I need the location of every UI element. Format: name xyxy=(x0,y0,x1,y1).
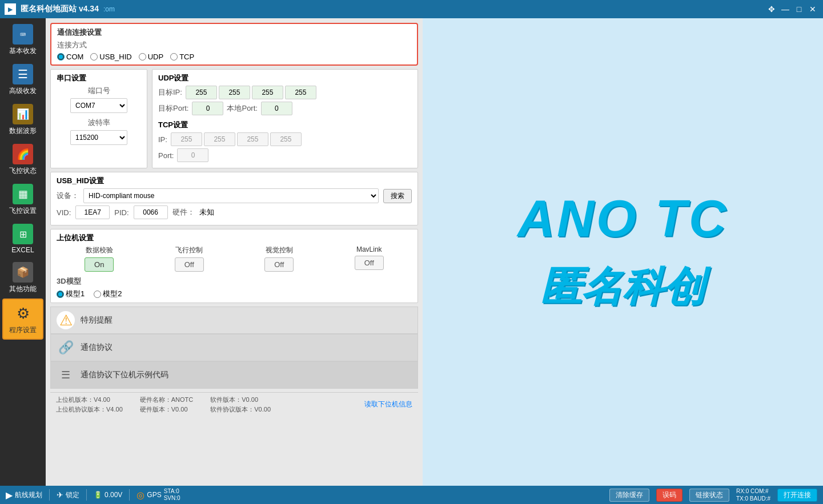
target-ip-1[interactable] xyxy=(186,86,217,99)
sidebar-label-advanced-recv: 高级收发 xyxy=(9,86,37,96)
sidebar-item-advanced-recv[interactable]: ☰ 高级收发 xyxy=(2,61,43,99)
sidebar-label-program-settings: 程序设置 xyxy=(9,325,37,335)
radio-udp[interactable]: UDP xyxy=(139,53,163,61)
title-bar: ▶ 匿名科创地面站 v4.34 :om ✥ — □ ✕ xyxy=(0,0,823,18)
tcp-title: TCP设置 xyxy=(158,120,412,130)
brand-logo: ANO TC 匿名科创 xyxy=(517,189,728,315)
tcp-ip-1 xyxy=(171,132,202,146)
lock-item[interactable]: ✈ 锁定 xyxy=(57,490,79,500)
hid-vid-pid-row: VID: PID: 硬件： 未知 xyxy=(57,205,412,219)
target-ip-4[interactable] xyxy=(285,86,316,99)
mavlink-btn[interactable]: Off xyxy=(355,256,384,270)
battery-icon: 🔋 xyxy=(94,491,102,499)
pid-input[interactable] xyxy=(134,205,168,219)
radio-model2[interactable]: 模型2 xyxy=(94,289,122,299)
tcp-port-input xyxy=(177,148,208,162)
link-icon: 🔗 xyxy=(57,338,75,357)
sidebar-item-flight-status[interactable]: 🌈 飞控状态 xyxy=(2,140,43,179)
protocol-example-text: 通信协议下位机示例代码 xyxy=(81,370,168,380)
sidebar-item-basic-recv[interactable]: ⌨ 基本收发 xyxy=(2,21,43,59)
app-title: 匿名科创地面站 v4.34 xyxy=(21,4,99,14)
box-icon: 📦 xyxy=(13,262,33,283)
hw-value: 未知 xyxy=(199,207,214,217)
table-icon: ⊞ xyxy=(13,224,33,244)
radio-tcp[interactable]: TCP xyxy=(170,53,194,61)
terminal-icon: ⌨ xyxy=(13,24,33,45)
radio-usb-hid-input[interactable] xyxy=(90,53,98,61)
sidebar: ⌨ 基本收发 ☰ 高级收发 📊 数据波形 🌈 飞控状态 ▦ 飞控设置 ⊞ EXC… xyxy=(0,18,46,486)
radio-tcp-input[interactable] xyxy=(170,53,178,61)
baud-rate-select[interactable]: 115200 9600 19200 38400 57600 230400 xyxy=(70,130,127,145)
target-ip-3[interactable] xyxy=(252,86,283,99)
sidebar-item-program-settings[interactable]: ⚙ 程序设置 xyxy=(2,299,43,340)
hid-device-select[interactable]: HID-compliant mouse xyxy=(83,188,379,203)
move-icon[interactable]: ✥ xyxy=(766,3,777,15)
special-reminder-text: 特别提醒 xyxy=(81,315,113,325)
right-panel: ANO TC 匿名科创 xyxy=(423,18,823,486)
local-port-input[interactable] xyxy=(261,102,292,115)
radio-model1-input[interactable] xyxy=(57,291,64,298)
local-port-label: 本地Port: xyxy=(227,103,257,114)
udp-port-row: 目标Port: 本地Port: xyxy=(158,102,412,115)
sidebar-item-other-func[interactable]: 📦 其他功能 xyxy=(2,259,43,297)
code-icon: ☰ xyxy=(57,366,75,384)
search-button[interactable]: 搜索 xyxy=(383,189,412,203)
title-bar-left: ▶ 匿名科创地面站 v4.34 :om xyxy=(5,3,115,15)
route-planning-item[interactable]: ▶ 航线规划 xyxy=(6,490,42,501)
voltage-item: 🔋 0.00V xyxy=(94,491,122,499)
version-bar: 上位机版本：V4.00 上位机协议版本：V4.00 硬件名称：ANOTC 硬件版… xyxy=(50,392,418,416)
app-url: :om xyxy=(103,5,115,13)
flight-control-btn[interactable]: Off xyxy=(175,257,204,272)
hw-label: 硬件： xyxy=(172,207,195,217)
sidebar-label-flight-config: 飞控设置 xyxy=(9,206,37,216)
open-connection-btn[interactable]: 打开连接 xyxy=(777,489,817,502)
vid-input[interactable] xyxy=(75,205,110,219)
visual-control-btn[interactable]: Off xyxy=(264,257,294,272)
3d-model-row: 3D模型 模型1 模型2 xyxy=(57,276,412,299)
rx-tx-values: RX:0 COM:#TX:0 BAUD:# xyxy=(736,487,770,502)
radio-model1[interactable]: 模型1 xyxy=(57,289,85,299)
radio-udp-input[interactable] xyxy=(139,53,146,61)
sidebar-item-flight-config[interactable]: ▦ 飞控设置 xyxy=(2,180,43,219)
connection-title: 通信连接设置 xyxy=(57,27,411,38)
sidebar-label-waveform: 数据波形 xyxy=(9,126,37,136)
flight-control-col: 飞行控制 Off xyxy=(147,245,232,272)
special-reminder-item[interactable]: ⚠ 特别提醒 xyxy=(50,307,418,334)
protocol-example-item[interactable]: ☰ 通信协议下位机示例代码 xyxy=(50,361,418,389)
hid-device-row: 设备： HID-compliant mouse 搜索 xyxy=(57,188,412,203)
gps-label: GPS xyxy=(147,491,161,499)
read-lower-btn[interactable]: 读取下位机信息 xyxy=(364,400,412,409)
udp-section: UDP设置 目标IP: 目标Port: 本地Port: xyxy=(152,69,418,168)
app-logo: ▶ xyxy=(5,3,16,15)
connection-method-label: 连接方式 xyxy=(57,40,411,50)
sidebar-label-other-func: 其他功能 xyxy=(9,284,37,294)
com-port-select[interactable]: COM7 COM1 COM2 COM3 xyxy=(70,98,127,113)
clear-cache-btn[interactable]: 清除缓存 xyxy=(609,489,649,502)
tcp-port-label: Port: xyxy=(158,151,174,160)
chart-icon: 📊 xyxy=(13,104,33,124)
sidebar-item-excel[interactable]: ⊞ EXCEL xyxy=(2,220,43,257)
target-ip-2[interactable] xyxy=(219,86,250,99)
close-btn[interactable]: ✕ xyxy=(807,3,818,15)
target-ip-label: 目标IP: xyxy=(158,87,182,98)
radio-usb-hid[interactable]: USB_HID xyxy=(90,53,131,61)
3d-model-title: 3D模型 xyxy=(57,277,81,285)
maximize-btn[interactable]: □ xyxy=(793,3,805,15)
udp-target-ip-row: 目标IP: xyxy=(158,86,412,99)
error-btn[interactable]: 误码 xyxy=(656,489,683,502)
data-check-btn[interactable]: On xyxy=(85,257,114,272)
tcp-port-row: Port: xyxy=(158,148,412,162)
minimize-btn[interactable]: — xyxy=(780,3,791,15)
upper-version: 上位机版本：V4.00 上位机协议版本：V4.00 xyxy=(56,396,123,414)
radio-model2-input[interactable] xyxy=(94,291,101,298)
protocol-item[interactable]: 🔗 通信协议 xyxy=(50,334,418,361)
flight-control-label: 飞行控制 xyxy=(175,245,203,255)
rx-tx-item: RX:0 COM:#TX:0 BAUD:# xyxy=(736,487,770,502)
sidebar-item-waveform[interactable]: 📊 数据波形 xyxy=(2,100,43,139)
divider-1 xyxy=(49,489,50,501)
link-status-btn[interactable]: 链接状态 xyxy=(689,489,729,502)
radio-com[interactable]: COM xyxy=(57,53,83,61)
target-port-input[interactable] xyxy=(192,102,223,115)
radio-com-input[interactable] xyxy=(57,53,65,61)
vid-label: VID: xyxy=(57,208,71,217)
